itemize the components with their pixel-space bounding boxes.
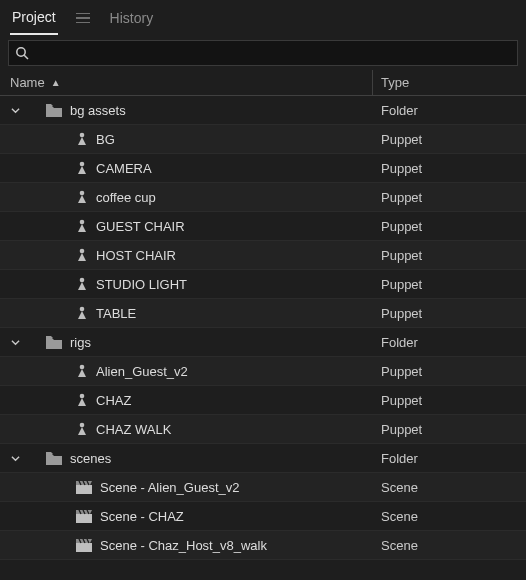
- project-tree: bg assets Folder BG Puppet CAMERA Puppet…: [0, 96, 526, 560]
- tree-item-type: Puppet: [373, 422, 526, 437]
- tree-item-label: Scene - Alien_Guest_v2: [100, 480, 239, 495]
- search-icon: [15, 46, 29, 60]
- puppet-icon: [76, 364, 88, 378]
- tree-item-host-chair[interactable]: HOST CHAIR Puppet: [0, 241, 526, 270]
- tree-item-chaz-walk[interactable]: CHAZ WALK Puppet: [0, 415, 526, 444]
- scene-icon: [76, 539, 92, 552]
- tree-item-coffee-cup[interactable]: coffee cup Puppet: [0, 183, 526, 212]
- svg-point-5: [80, 220, 85, 225]
- tree-item-chaz[interactable]: CHAZ Puppet: [0, 386, 526, 415]
- tree-item-label: Scene - CHAZ: [100, 509, 184, 524]
- column-name[interactable]: Name ▲: [10, 70, 373, 95]
- tree-item-type: Puppet: [373, 248, 526, 263]
- column-name-label: Name: [10, 75, 45, 90]
- tree-item-type: Puppet: [373, 364, 526, 379]
- tree-item-label: scenes: [70, 451, 111, 466]
- svg-line-1: [24, 55, 28, 59]
- svg-point-9: [80, 365, 85, 370]
- search-field[interactable]: [8, 40, 518, 66]
- tree-folder-bg-assets[interactable]: bg assets Folder: [0, 96, 526, 125]
- chevron-down-icon[interactable]: [10, 106, 20, 115]
- tab-project[interactable]: Project: [10, 5, 58, 35]
- tree-item-label: TABLE: [96, 306, 136, 321]
- scene-icon: [76, 510, 92, 523]
- puppet-icon: [76, 248, 88, 262]
- panel-menu-icon[interactable]: [76, 11, 90, 30]
- sort-ascending-icon: ▲: [51, 77, 61, 88]
- tree-item-type: Puppet: [373, 306, 526, 321]
- svg-point-7: [80, 278, 85, 283]
- folder-icon: [46, 452, 62, 465]
- tree-item-label: HOST CHAIR: [96, 248, 176, 263]
- svg-point-8: [80, 307, 85, 312]
- tree-folder-scenes[interactable]: scenes Folder: [0, 444, 526, 473]
- tree-item-scene-alien[interactable]: Scene - Alien_Guest_v2 Scene: [0, 473, 526, 502]
- tree-item-type: Scene: [373, 480, 526, 495]
- puppet-icon: [76, 132, 88, 146]
- puppet-icon: [76, 219, 88, 233]
- tree-item-label: CHAZ: [96, 393, 131, 408]
- tree-item-label: coffee cup: [96, 190, 156, 205]
- tree-item-alien-guest[interactable]: Alien_Guest_v2 Puppet: [0, 357, 526, 386]
- tree-item-table[interactable]: TABLE Puppet: [0, 299, 526, 328]
- tree-item-type: Folder: [373, 335, 526, 350]
- svg-point-3: [80, 162, 85, 167]
- tree-item-label: bg assets: [70, 103, 126, 118]
- column-type[interactable]: Type: [373, 75, 526, 90]
- tree-item-type: Puppet: [373, 393, 526, 408]
- tree-item-type: Puppet: [373, 277, 526, 292]
- puppet-icon: [76, 161, 88, 175]
- tree-item-label: BG: [96, 132, 115, 147]
- tree-item-type: Folder: [373, 451, 526, 466]
- svg-point-2: [80, 133, 85, 138]
- panel-tabs: Project History: [0, 0, 526, 34]
- column-header: Name ▲ Type: [0, 70, 526, 96]
- folder-icon: [46, 104, 62, 117]
- tree-item-label: CHAZ WALK: [96, 422, 171, 437]
- tree-item-guest-chair[interactable]: GUEST CHAIR Puppet: [0, 212, 526, 241]
- svg-point-10: [80, 394, 85, 399]
- tree-item-type: Puppet: [373, 190, 526, 205]
- tree-item-label: CAMERA: [96, 161, 152, 176]
- svg-rect-13: [76, 514, 92, 523]
- puppet-icon: [76, 190, 88, 204]
- svg-rect-14: [76, 543, 92, 552]
- chevron-down-icon[interactable]: [10, 338, 20, 347]
- tree-item-label: STUDIO LIGHT: [96, 277, 187, 292]
- puppet-icon: [76, 422, 88, 436]
- folder-icon: [46, 336, 62, 349]
- tree-item-scene-chaz[interactable]: Scene - CHAZ Scene: [0, 502, 526, 531]
- tree-item-type: Puppet: [373, 219, 526, 234]
- svg-rect-12: [76, 485, 92, 494]
- tree-item-type: Puppet: [373, 132, 526, 147]
- scene-icon: [76, 481, 92, 494]
- svg-point-6: [80, 249, 85, 254]
- tree-item-label: GUEST CHAIR: [96, 219, 185, 234]
- tree-item-type: Scene: [373, 538, 526, 553]
- tree-item-type: Scene: [373, 509, 526, 524]
- svg-point-0: [17, 48, 25, 56]
- tree-folder-rigs[interactable]: rigs Folder: [0, 328, 526, 357]
- tree-item-scene-chaz-walk[interactable]: Scene - Chaz_Host_v8_walk Scene: [0, 531, 526, 560]
- tree-item-camera[interactable]: CAMERA Puppet: [0, 154, 526, 183]
- tree-item-type: Puppet: [373, 161, 526, 176]
- tree-item-studio-light[interactable]: STUDIO LIGHT Puppet: [0, 270, 526, 299]
- tab-history[interactable]: History: [108, 6, 156, 34]
- tree-item-label: rigs: [70, 335, 91, 350]
- puppet-icon: [76, 393, 88, 407]
- puppet-icon: [76, 306, 88, 320]
- search-container: [0, 34, 526, 70]
- chevron-down-icon[interactable]: [10, 454, 20, 463]
- tree-item-label: Alien_Guest_v2: [96, 364, 188, 379]
- puppet-icon: [76, 277, 88, 291]
- tree-item-bg[interactable]: BG Puppet: [0, 125, 526, 154]
- svg-point-4: [80, 191, 85, 196]
- tree-item-type: Folder: [373, 103, 526, 118]
- tree-item-label: Scene - Chaz_Host_v8_walk: [100, 538, 267, 553]
- svg-point-11: [80, 423, 85, 428]
- search-input[interactable]: [29, 46, 511, 61]
